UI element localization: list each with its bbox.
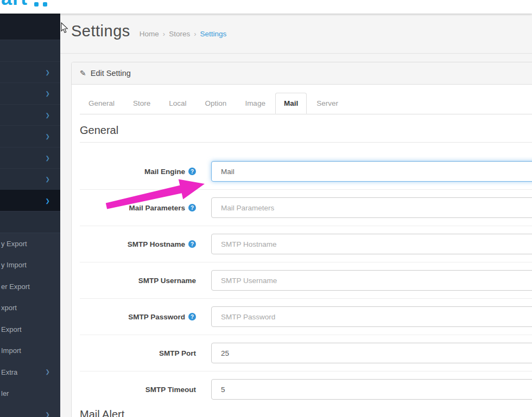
submenu-item-label: er Export — [1, 283, 30, 291]
field-input-wrap — [211, 197, 532, 218]
label-mail-engine: Mail Engine — [144, 168, 185, 176]
field-label: SMTP Password ? — [80, 313, 196, 321]
input-smtp-username[interactable] — [211, 270, 532, 291]
field-label: SMTP Timeout ? — [80, 386, 196, 394]
panel-heading-label: Edit Setting — [91, 69, 131, 78]
field-label: SMTP Port ? — [80, 349, 196, 357]
label-mail-parameters: Mail Parameters — [129, 204, 185, 212]
sidebar-header-block — [0, 12, 60, 40]
form-row-smtp-password: SMTP Password ? — [80, 299, 532, 335]
form-row-smtp-port: SMTP Port ? — [80, 335, 532, 371]
sidebar-item-active[interactable]: ❯ — [0, 190, 60, 211]
logo-dot-icon — [34, 2, 39, 7]
sidebar-submenu-item[interactable]: xport — [0, 297, 60, 319]
sidebar-item[interactable]: ❯ — [0, 61, 60, 83]
label-smtp-username: SMTP Username — [138, 277, 196, 285]
tab-option: Option — [197, 93, 236, 114]
sidebar-submenu-item[interactable]: y Export — [0, 233, 60, 255]
sidebar-submenu: y Exporty Importer ExportxportExportImpo… — [0, 233, 60, 417]
tab-link-local[interactable]: Local — [160, 93, 195, 114]
mail-settings-form: Mail Engine ? Mail Parameters ? SMTP Hos… — [80, 153, 532, 407]
label-smtp-timeout: SMTP Timeout — [145, 386, 196, 394]
submenu-item-label: y Export — [1, 240, 27, 248]
field-label: Mail Engine ? — [80, 168, 196, 176]
field-label: Mail Parameters ? — [80, 204, 196, 212]
input-smtp-password[interactable] — [211, 306, 532, 327]
sidebar-submenu-item[interactable]: Export — [0, 319, 60, 341]
tab-local: Local — [160, 93, 195, 114]
label-smtp-port: SMTP Port — [159, 349, 196, 357]
sidebar-item[interactable]: ❯ — [0, 125, 60, 147]
tab-link-server[interactable]: Server — [308, 93, 347, 114]
section-title-general: General — [80, 124, 532, 143]
chevron-right-icon: ❯ — [46, 112, 50, 118]
sidebar-submenu-item[interactable]: ler — [0, 383, 60, 405]
field-label: SMTP Username ? — [80, 277, 196, 285]
sidebar-navigation: ❯❯❯❯❯❯❯ y Exporty Importer ExportxportEx… — [0, 12, 60, 417]
sidebar-submenu-item[interactable]: er Export — [0, 276, 60, 298]
submenu-item-label: ler — [1, 389, 9, 397]
tab-link-general[interactable]: General — [80, 93, 123, 114]
tab-link-mail[interactable]: Mail — [275, 93, 307, 114]
edit-setting-panel: ✎Edit Setting GeneralStoreLocalOptionIma… — [71, 62, 532, 417]
chevron-right-icon: ❯ — [46, 197, 50, 203]
label-smtp-hostname: SMTP Hostname — [128, 240, 185, 248]
chevron-right-icon: ❯ — [46, 155, 50, 161]
submenu-item-label: Extra — [1, 368, 17, 376]
sidebar-item[interactable]: ❯ — [0, 168, 60, 190]
input-smtp-hostname[interactable] — [211, 234, 532, 254]
sidebar-item[interactable]: ❯ — [0, 147, 60, 169]
sidebar-item[interactable]: ❯ — [0, 82, 60, 104]
help-icon[interactable]: ? — [188, 168, 196, 175]
chevron-right-icon: ❯ — [46, 69, 50, 75]
sidebar-item[interactable] — [0, 40, 60, 61]
tab-mail: Mail — [275, 93, 307, 114]
input-smtp-port[interactable] — [211, 343, 532, 363]
breadcrumb-link-stores[interactable]: Stores — [169, 30, 190, 38]
chevron-right-icon: ❯ — [46, 362, 50, 383]
logo-dot-icon — [43, 2, 47, 7]
tab-server: Server — [308, 93, 347, 114]
sidebar-submenu-item[interactable]: Extra❯ — [0, 362, 60, 383]
chevron-right-icon: ❯ — [46, 133, 50, 139]
settings-tab-bar: GeneralStoreLocalOptionImageMailServer — [80, 93, 532, 114]
tab-link-store[interactable]: Store — [124, 93, 159, 114]
field-input-wrap — [211, 234, 532, 254]
tab-link-image[interactable]: Image — [236, 93, 274, 114]
sidebar-item[interactable] — [0, 211, 60, 233]
sidebar-submenu-item[interactable]: ❯ — [0, 405, 60, 417]
panel-body: GeneralStoreLocalOptionImageMailServer G… — [72, 85, 532, 417]
submenu-item-label: Export — [1, 325, 22, 333]
chevron-right-icon: ❯ — [46, 176, 50, 182]
field-input-wrap — [211, 270, 532, 291]
input-mail-parameters[interactable] — [211, 197, 532, 218]
select-mail-engine[interactable] — [211, 161, 532, 182]
section-title-mail-alert: Mail Alert — [80, 408, 532, 417]
help-icon[interactable]: ? — [188, 240, 196, 248]
label-smtp-password: SMTP Password — [128, 313, 185, 321]
tab-image: Image — [236, 93, 274, 114]
breadcrumb-link-home[interactable]: Home — [140, 30, 159, 38]
form-row-mail-engine: Mail Engine ? — [80, 153, 532, 190]
help-icon[interactable]: ? — [188, 313, 196, 320]
logo-text-fragment: art — [1, 0, 55, 9]
tab-link-option[interactable]: Option — [197, 93, 236, 114]
submenu-item-label: xport — [1, 304, 17, 312]
field-input-wrap — [211, 306, 532, 327]
top-bar: art — [0, 0, 532, 14]
form-row-smtp-timeout: SMTP Timeout ? — [80, 371, 532, 407]
input-smtp-timeout[interactable] — [211, 379, 532, 400]
breadcrumb-link-settings[interactable]: Settings — [200, 30, 227, 38]
help-icon[interactable]: ? — [188, 204, 196, 211]
field-label: SMTP Hostname ? — [80, 240, 196, 248]
sidebar-submenu-item[interactable]: y Import — [0, 254, 60, 276]
sidebar-submenu-item[interactable]: Import — [0, 340, 60, 362]
form-row-smtp-username: SMTP Username ? — [80, 262, 532, 299]
pencil-icon: ✎ — [80, 69, 86, 78]
page-title: Settings — [71, 22, 130, 40]
field-input-wrap — [211, 161, 532, 182]
sidebar-item[interactable]: ❯ — [0, 104, 60, 126]
field-input-wrap — [211, 379, 532, 400]
opencart-logo[interactable]: art — [1, 0, 55, 9]
form-row-mail-parameters: Mail Parameters ? — [80, 190, 532, 226]
